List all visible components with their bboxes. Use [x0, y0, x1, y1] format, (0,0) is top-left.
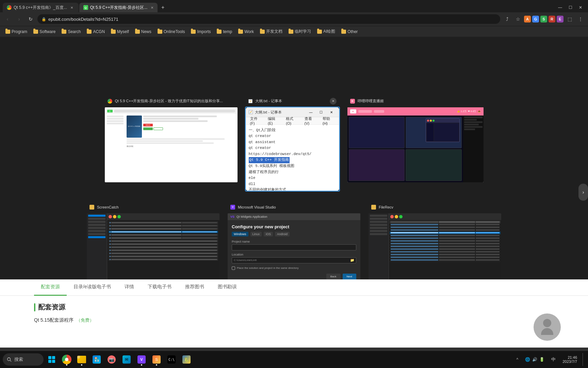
bookmark-other[interactable]: Other	[339, 28, 360, 35]
ext2-icon[interactable]: S	[540, 16, 547, 22]
win-filerecv[interactable]: FileRecv	[368, 202, 502, 289]
show-desktop-button[interactable]	[583, 353, 585, 366]
new-tab-button[interactable]: +	[158, 3, 168, 12]
notepad-menu-file[interactable]: 文件(F)	[247, 117, 265, 124]
taskbar-python[interactable]: 🐍	[180, 353, 193, 366]
maximize-button[interactable]: ☐	[566, 3, 575, 12]
tab-2[interactable]: Q Qt 5.9 C++开发指南-异步社区... ✕	[79, 3, 158, 12]
vs-location-input[interactable]: C:\Users\Linle\Lint\ 📁	[232, 257, 356, 263]
fr-row[interactable]	[390, 237, 501, 240]
sc-row[interactable]	[109, 225, 218, 227]
vs-project-name-input[interactable]	[232, 244, 356, 250]
share-icon[interactable]: ⤴	[502, 14, 512, 24]
vs-platform-ios[interactable]: iOS	[264, 232, 273, 236]
close-window-button[interactable]: ✕	[576, 3, 585, 12]
sc-row[interactable]	[109, 249, 218, 251]
system-tray-expand[interactable]: ^	[515, 356, 520, 363]
sc-row[interactable]	[109, 234, 218, 236]
fr-row[interactable]	[390, 234, 501, 237]
taskbar-windows-button[interactable]	[45, 353, 59, 366]
sc-row[interactable]	[109, 246, 218, 248]
ime-indicator[interactable]: 中	[550, 356, 557, 363]
fr-row[interactable]	[390, 229, 501, 232]
address-bar[interactable]: 🔒 epubit.com/bookDetails?id=N25171	[37, 14, 500, 24]
bookmark-work[interactable]: Work	[235, 28, 257, 35]
taskbar-clock[interactable]: 21:46 2023/7/7	[560, 355, 580, 364]
taskbar-search[interactable]: 搜索	[3, 353, 44, 366]
network-icon[interactable]: 🌐	[525, 357, 530, 362]
notepad-thumb[interactable]: 📝 大纲.txt - 记事本 — ☐ ✕ 文件(F) 编辑(E) 格式(O)	[245, 107, 340, 191]
fr-row[interactable]	[390, 251, 501, 254]
sc-row[interactable]	[109, 237, 218, 239]
bookmark-onlinetools[interactable]: OnlineTools	[155, 28, 188, 35]
tab-2-close[interactable]: ✕	[149, 5, 155, 10]
taskbar-imageviewer[interactable]: 📷	[105, 353, 118, 366]
bookmark-search[interactable]: Search	[59, 28, 83, 35]
notepad-text-area[interactable]: 一、Qt入门阶段 qt creator qt assistant qt crea…	[246, 125, 339, 191]
notepad-close[interactable]: ✕	[327, 108, 336, 116]
taskbar-cmd[interactable]: C:\	[165, 353, 178, 366]
sc-min-btn[interactable]	[113, 215, 116, 218]
fr-row[interactable]	[390, 226, 501, 229]
fr-row-highlighted[interactable]	[390, 232, 501, 234]
fr-row[interactable]	[390, 243, 501, 245]
back-button[interactable]: ‹	[3, 14, 12, 24]
menu-icon[interactable]: ⋮	[576, 14, 585, 24]
win-notepad[interactable]: 📝 大纲.txt - 记事本 ✕ 📝 大纲.txt - 记事本 — ☐	[245, 96, 340, 191]
bookmark-acgn[interactable]: ACGN	[84, 28, 108, 35]
sc-max-btn[interactable]	[117, 215, 121, 218]
taskbar-sublime[interactable]: S	[150, 353, 163, 366]
ext4-icon[interactable]: E	[557, 16, 564, 22]
taskbar-explorer[interactable]	[75, 353, 88, 366]
fr-row[interactable]	[390, 240, 501, 243]
fr-row[interactable]	[390, 259, 501, 262]
minimize-button[interactable]: —	[555, 3, 565, 12]
vs-thumb[interactable]: VS Qt Widgets Application Configure your…	[227, 213, 361, 289]
tab-errata[interactable]: 图书勘误	[211, 279, 244, 296]
vs-platform-android[interactable]: Android	[275, 232, 290, 236]
bookmark-ai[interactable]: AI绘图	[314, 28, 338, 35]
tab-resources[interactable]: 配套资源	[34, 279, 67, 296]
tab-detail[interactable]: 详情	[118, 279, 141, 296]
screencatch-thumb[interactable]	[86, 213, 220, 289]
puzzle-icon[interactable]: ⬚	[565, 14, 574, 24]
taskbar-vs[interactable]: V	[135, 353, 148, 366]
sc-row[interactable]	[109, 240, 218, 242]
notepad-close-btn[interactable]: ✕	[330, 98, 337, 105]
sc-row[interactable]	[109, 221, 218, 224]
vs-next-button[interactable]: Next	[343, 274, 356, 280]
volume-icon[interactable]: 🔊	[532, 357, 537, 362]
sc-row[interactable]	[109, 252, 218, 255]
vs-browse-icon[interactable]: 📁	[350, 258, 354, 262]
fr-row[interactable]	[390, 248, 501, 251]
tab-1[interactable]: Qt 5.9 c++开发指南》_百度... ✕	[3, 3, 79, 12]
user-avatar[interactable]	[534, 313, 561, 341]
fr-row[interactable]	[390, 245, 501, 248]
sc-row[interactable]	[109, 243, 218, 245]
win-bilibili[interactable]: B 哔哩哔哩直播姬 B 👍 1.2万	[347, 96, 484, 183]
fr-max-btn[interactable]	[399, 215, 403, 218]
notepad-menu-edit[interactable]: 编辑(E)	[265, 117, 282, 124]
fr-row[interactable]	[390, 256, 501, 259]
bookmark-temp[interactable]: temp	[214, 28, 235, 35]
notepad-maximize[interactable]: ☐	[316, 108, 326, 116]
notepad-menu-help[interactable]: 帮助(H)	[320, 117, 338, 124]
bookmark-imports[interactable]: Imports	[188, 28, 213, 35]
tab-1-close[interactable]: ✕	[69, 5, 75, 10]
bookmark-news[interactable]: News	[132, 28, 154, 35]
bookmark-learning[interactable]: 临时学习	[286, 28, 314, 35]
bookmark-devdocs[interactable]: 开发文档	[257, 28, 285, 35]
taskbar-store[interactable]: 🏪	[90, 353, 103, 366]
ext1-icon[interactable]: G	[532, 16, 539, 22]
bilibili-thumb[interactable]: B 👍 1.2万 ❤ 4.4万 📤	[347, 107, 484, 183]
abp-icon[interactable]: A	[524, 16, 531, 22]
ext3-icon[interactable]: R	[549, 16, 555, 22]
taskbar-chrome[interactable]	[60, 353, 74, 366]
scroll-right-arrow[interactable]: ›	[578, 184, 588, 201]
win-qt-browser[interactable]: Qt 5.9 C++开发指南-异步社区 - 致力于优质IT知识的出版和分享...…	[104, 96, 238, 183]
sc-close-btn[interactable]	[109, 215, 112, 218]
qt-browser-thumb[interactable]: Q	[104, 107, 238, 183]
notepad-minimize[interactable]: —	[306, 108, 316, 116]
bookmark-myself[interactable]: Myself	[108, 28, 132, 35]
tab-recommend[interactable]: 推荐图书	[178, 279, 211, 296]
